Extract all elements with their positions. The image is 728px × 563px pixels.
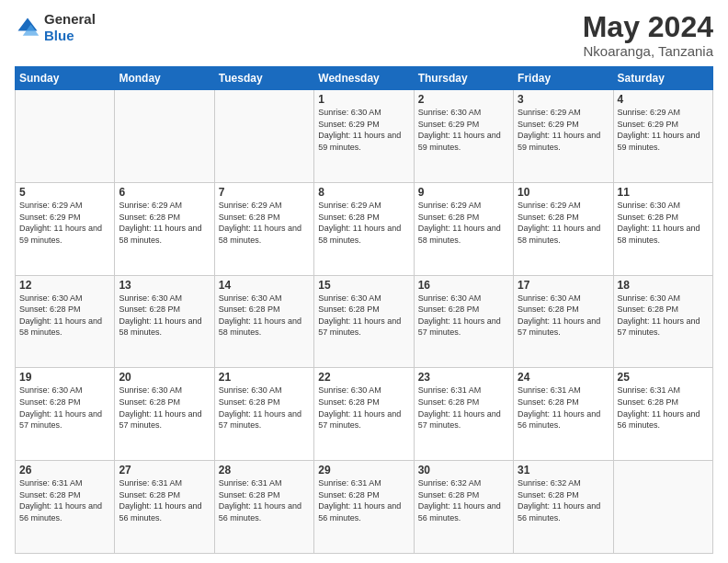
calendar-cell: 24Sunrise: 6:31 AM Sunset: 6:28 PM Dayli… <box>514 368 613 461</box>
day-info: Sunrise: 6:31 AM Sunset: 6:28 PM Dayligh… <box>318 477 409 523</box>
day-number: 15 <box>318 279 409 292</box>
calendar-cell: 26Sunrise: 6:31 AM Sunset: 6:28 PM Dayli… <box>16 461 115 554</box>
day-info: Sunrise: 6:29 AM Sunset: 6:29 PM Dayligh… <box>618 107 709 153</box>
calendar-cell: 25Sunrise: 6:31 AM Sunset: 6:28 PM Dayli… <box>613 368 712 461</box>
calendar-cell: 31Sunrise: 6:32 AM Sunset: 6:28 PM Dayli… <box>514 461 613 554</box>
day-number: 18 <box>618 279 709 292</box>
day-info: Sunrise: 6:30 AM Sunset: 6:28 PM Dayligh… <box>618 200 709 246</box>
day-number: 19 <box>19 371 110 384</box>
day-number: 2 <box>418 93 509 106</box>
page: General Blue May 2024 Nkoaranga, Tanzani… <box>0 0 728 563</box>
calendar-header: SundayMondayTuesdayWednesdayThursdayFrid… <box>16 67 713 90</box>
calendar-cell: 27Sunrise: 6:31 AM Sunset: 6:28 PM Dayli… <box>115 461 214 554</box>
calendar-week: 1Sunrise: 6:30 AM Sunset: 6:29 PM Daylig… <box>16 90 713 183</box>
day-number: 21 <box>219 371 310 384</box>
day-header: Tuesday <box>214 67 313 90</box>
calendar-cell: 3Sunrise: 6:29 AM Sunset: 6:29 PM Daylig… <box>514 90 613 183</box>
day-info: Sunrise: 6:30 AM Sunset: 6:28 PM Dayligh… <box>219 293 310 339</box>
day-number: 12 <box>19 279 110 292</box>
day-number: 13 <box>119 279 210 292</box>
header: General Blue May 2024 Nkoaranga, Tanzani… <box>15 11 713 59</box>
day-number: 6 <box>119 186 210 199</box>
calendar-cell: 11Sunrise: 6:30 AM Sunset: 6:28 PM Dayli… <box>613 182 712 275</box>
day-header: Sunday <box>16 67 115 90</box>
day-info: Sunrise: 6:29 AM Sunset: 6:28 PM Dayligh… <box>119 200 210 246</box>
day-number: 3 <box>518 93 609 106</box>
day-info: Sunrise: 6:30 AM Sunset: 6:28 PM Dayligh… <box>318 293 409 339</box>
calendar-cell <box>115 90 214 183</box>
day-info: Sunrise: 6:31 AM Sunset: 6:28 PM Dayligh… <box>119 477 210 523</box>
calendar-cell: 29Sunrise: 6:31 AM Sunset: 6:28 PM Dayli… <box>314 461 414 554</box>
day-number: 10 <box>518 186 609 199</box>
day-number: 28 <box>219 464 310 477</box>
calendar-cell: 19Sunrise: 6:30 AM Sunset: 6:28 PM Dayli… <box>16 368 115 461</box>
calendar-cell: 2Sunrise: 6:30 AM Sunset: 6:29 PM Daylig… <box>414 90 513 183</box>
calendar-cell <box>214 90 313 183</box>
calendar-cell: 20Sunrise: 6:30 AM Sunset: 6:28 PM Dayli… <box>115 368 214 461</box>
day-info: Sunrise: 6:29 AM Sunset: 6:28 PM Dayligh… <box>418 200 509 246</box>
day-info: Sunrise: 6:31 AM Sunset: 6:28 PM Dayligh… <box>219 477 310 523</box>
day-number: 1 <box>318 93 409 106</box>
day-info: Sunrise: 6:30 AM Sunset: 6:28 PM Dayligh… <box>418 293 509 339</box>
day-number: 9 <box>418 186 509 199</box>
calendar-table: SundayMondayTuesdayWednesdayThursdayFrid… <box>15 66 713 554</box>
calendar-cell: 16Sunrise: 6:30 AM Sunset: 6:28 PM Dayli… <box>414 275 513 368</box>
day-number: 4 <box>618 93 709 106</box>
day-number: 30 <box>418 464 509 477</box>
calendar-cell: 14Sunrise: 6:30 AM Sunset: 6:28 PM Dayli… <box>214 275 313 368</box>
day-number: 27 <box>119 464 210 477</box>
logo: General Blue <box>15 11 96 44</box>
day-info: Sunrise: 6:30 AM Sunset: 6:28 PM Dayligh… <box>119 385 210 431</box>
calendar-cell: 7Sunrise: 6:29 AM Sunset: 6:28 PM Daylig… <box>214 182 313 275</box>
day-number: 23 <box>418 371 509 384</box>
calendar-cell: 8Sunrise: 6:29 AM Sunset: 6:28 PM Daylig… <box>314 182 414 275</box>
day-number: 25 <box>618 371 709 384</box>
calendar-cell: 5Sunrise: 6:29 AM Sunset: 6:29 PM Daylig… <box>16 182 115 275</box>
calendar-cell: 22Sunrise: 6:30 AM Sunset: 6:28 PM Dayli… <box>314 368 414 461</box>
calendar-week: 26Sunrise: 6:31 AM Sunset: 6:28 PM Dayli… <box>16 461 713 554</box>
day-info: Sunrise: 6:29 AM Sunset: 6:28 PM Dayligh… <box>318 200 409 246</box>
day-number: 31 <box>518 464 609 477</box>
day-number: 20 <box>119 371 210 384</box>
day-number: 24 <box>518 371 609 384</box>
day-number: 11 <box>618 186 709 199</box>
calendar-cell: 23Sunrise: 6:31 AM Sunset: 6:28 PM Dayli… <box>414 368 513 461</box>
calendar-cell: 6Sunrise: 6:29 AM Sunset: 6:28 PM Daylig… <box>115 182 214 275</box>
calendar-body: 1Sunrise: 6:30 AM Sunset: 6:29 PM Daylig… <box>16 90 713 554</box>
day-number: 5 <box>19 186 110 199</box>
day-info: Sunrise: 6:31 AM Sunset: 6:28 PM Dayligh… <box>418 385 509 431</box>
day-info: Sunrise: 6:30 AM Sunset: 6:28 PM Dayligh… <box>219 385 310 431</box>
calendar-week: 12Sunrise: 6:30 AM Sunset: 6:28 PM Dayli… <box>16 275 713 368</box>
calendar-cell: 9Sunrise: 6:29 AM Sunset: 6:28 PM Daylig… <box>414 182 513 275</box>
day-info: Sunrise: 6:31 AM Sunset: 6:28 PM Dayligh… <box>518 385 609 431</box>
day-info: Sunrise: 6:31 AM Sunset: 6:28 PM Dayligh… <box>19 477 110 523</box>
calendar-week: 5Sunrise: 6:29 AM Sunset: 6:29 PM Daylig… <box>16 182 713 275</box>
day-number: 7 <box>219 186 310 199</box>
day-info: Sunrise: 6:30 AM Sunset: 6:28 PM Dayligh… <box>618 293 709 339</box>
logo-text: General Blue <box>44 11 96 44</box>
calendar-cell: 30Sunrise: 6:32 AM Sunset: 6:28 PM Dayli… <box>414 461 513 554</box>
day-info: Sunrise: 6:32 AM Sunset: 6:28 PM Dayligh… <box>418 477 509 523</box>
day-info: Sunrise: 6:30 AM Sunset: 6:28 PM Dayligh… <box>318 385 409 431</box>
day-header: Wednesday <box>314 67 414 90</box>
day-info: Sunrise: 6:30 AM Sunset: 6:29 PM Dayligh… <box>318 107 409 153</box>
day-number: 16 <box>418 279 509 292</box>
calendar-cell: 17Sunrise: 6:30 AM Sunset: 6:28 PM Dayli… <box>514 275 613 368</box>
day-number: 29 <box>318 464 409 477</box>
day-info: Sunrise: 6:32 AM Sunset: 6:28 PM Dayligh… <box>518 477 609 523</box>
calendar-cell: 4Sunrise: 6:29 AM Sunset: 6:29 PM Daylig… <box>613 90 712 183</box>
day-header: Thursday <box>414 67 513 90</box>
day-info: Sunrise: 6:29 AM Sunset: 6:29 PM Dayligh… <box>518 107 609 153</box>
calendar-cell: 18Sunrise: 6:30 AM Sunset: 6:28 PM Dayli… <box>613 275 712 368</box>
day-info: Sunrise: 6:30 AM Sunset: 6:28 PM Dayligh… <box>119 293 210 339</box>
day-number: 14 <box>219 279 310 292</box>
day-info: Sunrise: 6:30 AM Sunset: 6:29 PM Dayligh… <box>418 107 509 153</box>
logo-icon <box>15 15 40 40</box>
day-header: Saturday <box>613 67 712 90</box>
logo-general: General <box>44 11 96 27</box>
logo-blue: Blue <box>44 28 74 43</box>
day-info: Sunrise: 6:30 AM Sunset: 6:28 PM Dayligh… <box>19 293 110 339</box>
month-title: May 2024 <box>583 11 713 43</box>
calendar-week: 19Sunrise: 6:30 AM Sunset: 6:28 PM Dayli… <box>16 368 713 461</box>
day-info: Sunrise: 6:29 AM Sunset: 6:29 PM Dayligh… <box>19 200 110 246</box>
